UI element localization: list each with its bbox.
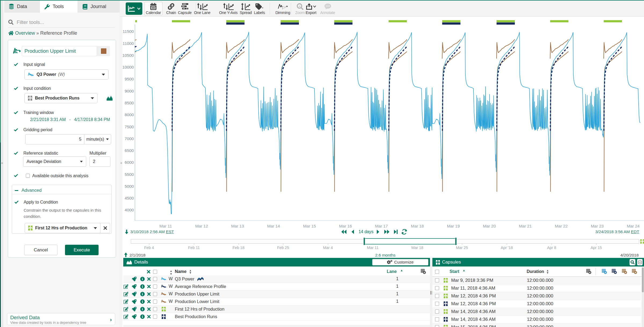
svg-text:9000: 9000: [125, 89, 134, 93]
svg-text:6500: 6500: [125, 148, 134, 153]
svg-text:7000: 7000: [125, 136, 134, 141]
svg-text:9500: 9500: [125, 77, 134, 81]
svg-text:4500: 4500: [125, 196, 134, 200]
svg-text:11500: 11500: [123, 29, 134, 34]
svg-text:10000: 10000: [122, 65, 134, 69]
svg-text:6000: 6000: [125, 160, 134, 165]
svg-text:5500: 5500: [125, 172, 134, 177]
svg-text:10500: 10500: [122, 53, 134, 58]
svg-text:5000: 5000: [125, 184, 134, 189]
svg-text:8500: 8500: [125, 101, 134, 105]
svg-text:4000: 4000: [125, 208, 134, 212]
svg-text:7500: 7500: [125, 125, 134, 129]
svg-text:8000: 8000: [125, 112, 134, 117]
svg-text:11000: 11000: [123, 41, 134, 46]
